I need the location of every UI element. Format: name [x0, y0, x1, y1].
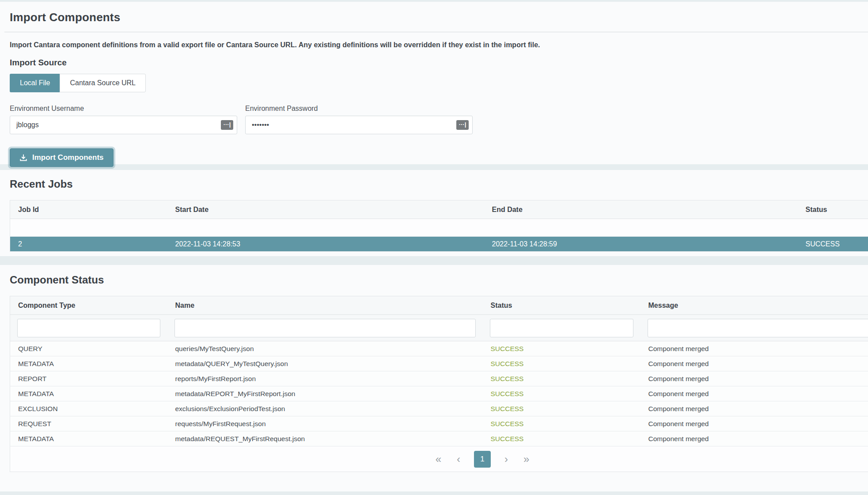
toggle-cantara-source-url[interactable]: Cantara Source URL — [60, 74, 146, 92]
component-status-row[interactable]: METADATA metadata/QUERY_MyTestQuery.json… — [10, 356, 868, 371]
filter-status-input[interactable] — [490, 319, 633, 337]
current-page-button[interactable]: 1 — [474, 451, 491, 468]
filter-message-input[interactable] — [648, 319, 868, 337]
column-header-job-id: Job Id — [10, 200, 167, 219]
component-name-cell: queries/MyTestQuery.json — [167, 341, 483, 356]
component-status-body: QUERY queries/MyTestQuery.json SUCCESS C… — [10, 341, 868, 446]
environment-username-input[interactable] — [10, 116, 237, 134]
component-status-cell: SUCCESS — [483, 431, 641, 446]
environment-password-input[interactable] — [245, 116, 473, 134]
import-components-button[interactable]: Import Components — [10, 148, 114, 167]
component-status-row[interactable]: QUERY queries/MyTestQuery.json SUCCESS C… — [10, 341, 868, 356]
component-type-cell: REQUEST — [10, 416, 167, 431]
filter-component-type-input[interactable] — [17, 319, 160, 337]
component-status-table: Component Type Name Status Message QUERY… — [10, 296, 868, 472]
column-header-status: Status — [483, 296, 641, 315]
component-type-cell: METADATA — [10, 356, 167, 371]
autofill-icon[interactable]: ···| — [221, 120, 233, 130]
last-page-button[interactable]: » — [522, 454, 531, 465]
toggle-local-file[interactable]: Local File — [10, 74, 60, 92]
first-page-button[interactable]: « — [434, 454, 443, 465]
component-name-cell: metadata/REQUEST_MyFirstRequest.json — [167, 431, 483, 446]
job-status-cell: SUCCESS — [798, 237, 868, 252]
import-source-heading: Import Source — [10, 58, 857, 68]
column-header-name: Name — [167, 296, 483, 315]
column-header-status: Status — [798, 200, 868, 219]
import-source-toggle: Local File Cantara Source URL — [10, 74, 146, 92]
component-status-cell: SUCCESS — [483, 386, 641, 401]
component-status-row[interactable]: METADATA metadata/REPORT_MyFirstReport.j… — [10, 386, 868, 401]
column-header-message: Message — [641, 296, 868, 315]
recent-jobs-header-row: Job Id Start Date End Date Status — [10, 200, 868, 219]
environment-password-field: Environment Password ···| — [245, 105, 473, 134]
component-message-cell: Component merged — [641, 416, 868, 431]
title-divider — [4, 32, 868, 32]
component-type-cell: METADATA — [10, 431, 167, 446]
column-header-component-type: Component Type — [10, 296, 167, 315]
empty-row — [10, 219, 868, 237]
component-name-cell: metadata/QUERY_MyTestQuery.json — [167, 356, 483, 371]
component-type-cell: METADATA — [10, 386, 167, 401]
download-icon — [19, 154, 27, 162]
environment-username-field: Environment Username ···| — [10, 105, 237, 134]
credentials-row: Environment Username ···| Environment Pa… — [10, 105, 857, 134]
component-status-cell: SUCCESS — [483, 416, 641, 431]
column-header-end-date: End Date — [484, 200, 798, 219]
job-end-cell: 2022-11-03 14:28:59 — [484, 237, 798, 252]
component-message-cell: Component merged — [641, 431, 868, 446]
component-name-cell: exclusions/ExclusionPeriodTest.json — [167, 401, 483, 416]
component-status-heading: Component Status — [10, 274, 868, 286]
component-name-cell: metadata/REPORT_MyFirstReport.json — [167, 386, 483, 401]
component-status-cell: SUCCESS — [483, 401, 641, 416]
job-row-selected[interactable]: 2 2022-11-03 14:28:53 2022-11-03 14:28:5… — [10, 237, 868, 252]
environment-username-label: Environment Username — [10, 105, 237, 113]
page-title: Import Components — [10, 11, 857, 24]
component-type-cell: EXCLUSION — [10, 401, 167, 416]
component-name-cell: requests/MyFirstRequest.json — [167, 416, 483, 431]
component-status-row[interactable]: REQUEST requests/MyFirstRequest.json SUC… — [10, 416, 868, 431]
column-header-start-date: Start Date — [167, 200, 484, 219]
component-message-cell: Component merged — [641, 386, 868, 401]
previous-page-button[interactable]: ‹ — [455, 454, 462, 465]
job-id-cell: 2 — [10, 237, 167, 252]
component-type-cell: QUERY — [10, 341, 167, 356]
job-start-cell: 2022-11-03 14:28:53 — [167, 237, 484, 252]
filter-row — [10, 315, 868, 341]
environment-password-label: Environment Password — [245, 105, 473, 113]
component-status-cell: SUCCESS — [483, 356, 641, 371]
component-name-cell: reports/MyFirstReport.json — [167, 371, 483, 386]
component-status-cell: SUCCESS — [483, 341, 641, 356]
component-type-cell: REPORT — [10, 371, 167, 386]
component-message-cell: Component merged — [641, 341, 868, 356]
component-status-header-row: Component Type Name Status Message — [10, 296, 868, 315]
autofill-icon[interactable]: ···| — [456, 120, 469, 130]
page-description: Import Cantara component definitions fro… — [10, 41, 857, 49]
component-status-row[interactable]: METADATA metadata/REQUEST_MyFirstRequest… — [10, 431, 868, 446]
import-components-button-label: Import Components — [32, 153, 104, 162]
filter-name-input[interactable] — [174, 319, 476, 337]
component-message-cell: Component merged — [641, 371, 868, 386]
component-status-panel: Component Status Component Type Name Sta… — [0, 265, 868, 491]
component-status-cell: SUCCESS — [483, 371, 641, 386]
next-page-button[interactable]: › — [503, 454, 510, 465]
recent-jobs-heading: Recent Jobs — [10, 178, 868, 190]
recent-jobs-table: Job Id Start Date End Date Status 2 2022… — [10, 200, 868, 252]
component-message-cell: Component merged — [641, 401, 868, 416]
component-message-cell: Component merged — [641, 356, 868, 371]
recent-jobs-panel: Recent Jobs Job Id Start Date End Date S… — [0, 170, 868, 256]
pagination-row: « ‹ 1 › » — [10, 446, 868, 472]
component-status-row[interactable]: EXCLUSION exclusions/ExclusionPeriodTest… — [10, 401, 868, 416]
component-status-row[interactable]: REPORT reports/MyFirstReport.json SUCCES… — [10, 371, 868, 386]
import-components-panel: Import Components Import Cantara compone… — [0, 2, 868, 164]
pagination: « ‹ 1 › » — [18, 451, 868, 468]
